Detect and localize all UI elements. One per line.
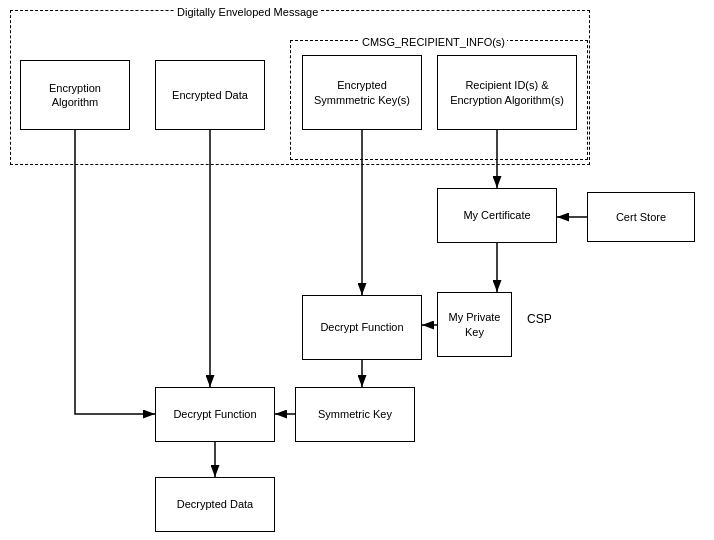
recipient-id-box: Recipient ID(s) & Encryption Algorithm(s… — [437, 55, 577, 130]
diagram: Digitally Enveloped Message CMSG_RECIPIE… — [0, 0, 714, 540]
encrypted-symmetric-key-box: Encrypted Symmmetric Key(s) — [302, 55, 422, 130]
encryption-algorithm-box: Encryption Algorithm — [20, 60, 130, 130]
decrypt-function-upper-label: Decrypt Function — [320, 320, 403, 334]
decrypt-function-lower-label: Decrypt Function — [173, 407, 256, 421]
encryption-algorithm-label: Encryption Algorithm — [25, 81, 125, 110]
cert-store-box: Cert Store — [587, 192, 695, 242]
digitally-enveloped-label: Digitally Enveloped Message — [175, 6, 320, 18]
decrypt-function-lower-box: Decrypt Function — [155, 387, 275, 442]
my-private-key-box: My Private Key — [437, 292, 512, 357]
symmetric-key-label: Symmetric Key — [318, 407, 392, 421]
recipient-id-label: Recipient ID(s) & Encryption Algorithm(s… — [442, 78, 572, 107]
my-certificate-box: My Certificate — [437, 188, 557, 243]
csp-label: CSP — [525, 312, 554, 326]
decrypted-data-box: Decrypted Data — [155, 477, 275, 532]
my-certificate-label: My Certificate — [463, 208, 530, 222]
encrypted-data-label: Encrypted Data — [172, 88, 248, 102]
cert-store-label: Cert Store — [616, 210, 666, 224]
decrypted-data-label: Decrypted Data — [177, 497, 253, 511]
encrypted-symmetric-key-label: Encrypted Symmmetric Key(s) — [307, 78, 417, 107]
symmetric-key-box: Symmetric Key — [295, 387, 415, 442]
encrypted-data-box: Encrypted Data — [155, 60, 265, 130]
cmsg-recipient-label: CMSG_RECIPIENT_INFO(s) — [360, 36, 507, 48]
decrypt-function-upper-box: Decrypt Function — [302, 295, 422, 360]
my-private-key-label: My Private Key — [442, 310, 507, 339]
